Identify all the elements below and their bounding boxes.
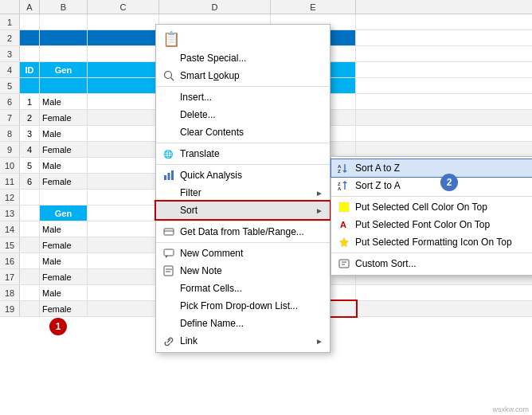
link-item[interactable]: Link ► — [156, 332, 330, 350]
translate-icon: 🌐 — [162, 147, 175, 160]
delete-item[interactable]: Delete... — [156, 106, 330, 123]
link-icon — [162, 335, 175, 347]
sort-a-z-item[interactable]: A Z Sort A to Z — [331, 159, 532, 177]
quick-analysis-item[interactable]: Quick Analysis — [156, 166, 330, 184]
context-menu: 📋 Paste Special... Smart Lookup Insert..… — [155, 24, 331, 353]
smart-lookup-item[interactable]: Smart Lookup — [156, 67, 330, 84]
sort-z-a-item[interactable]: Z A Sort Z to A — [331, 177, 532, 194]
svg-marker-23 — [339, 237, 349, 247]
col-header-e: E — [271, 0, 356, 14]
divider — [331, 253, 532, 253]
link-arrow: ► — [315, 337, 323, 346]
divider — [156, 164, 330, 165]
paste-special-icon — [162, 52, 175, 65]
quick-analysis-icon — [162, 169, 175, 182]
svg-rect-4 — [168, 173, 170, 180]
put-font-color-item[interactable]: A Put Selected Font Color On Top — [331, 216, 532, 233]
format-cells-label: Format Cells... — [180, 283, 242, 294]
new-comment-icon — [162, 247, 175, 260]
new-comment-label: New Comment — [180, 248, 243, 259]
put-format-icon-item[interactable]: Put Selected Formatting Icon On Top — [331, 233, 532, 251]
col-header-c: C — [88, 0, 159, 14]
svg-rect-8 — [164, 249, 174, 256]
sort-a-z-icon: A Z — [338, 162, 350, 174]
format-cells-item[interactable]: Format Cells... — [156, 280, 330, 297]
define-name-icon — [162, 317, 175, 330]
filter-arrow: ► — [315, 189, 323, 198]
new-note-icon — [162, 264, 175, 277]
badge-1: 1 — [49, 318, 67, 335]
paste-icon: 📋 — [162, 30, 180, 48]
svg-text:A: A — [340, 220, 346, 229]
delete-label: Delete... — [180, 109, 216, 120]
put-font-color-icon: A — [338, 218, 350, 231]
put-font-color-label: Put Selected Font Color On Top — [355, 219, 490, 230]
col-headers-row: A B C D E — [0, 0, 532, 14]
divider — [156, 242, 330, 243]
svg-rect-3 — [164, 175, 166, 180]
sort-label: Sort — [180, 205, 198, 216]
svg-rect-21 — [339, 202, 349, 212]
get-data-label: Get Data from Table/Range... — [180, 226, 304, 237]
custom-sort-item[interactable]: Custom Sort... — [331, 255, 532, 272]
new-comment-item[interactable]: New Comment — [156, 245, 330, 262]
sort-a-z-label: Sort A to Z — [355, 162, 400, 174]
define-name-label: Define Name... — [180, 318, 244, 329]
divider — [331, 196, 532, 197]
smart-lookup-icon — [162, 69, 175, 82]
sort-item[interactable]: Sort ► — [156, 202, 330, 219]
translate-label: Translate — [180, 148, 220, 159]
clear-contents-item[interactable]: Clear Contents — [156, 123, 330, 141]
get-data-item[interactable]: Get Data from Table/Range... — [156, 223, 330, 241]
link-label: Link — [180, 335, 198, 346]
new-note-label: New Note — [180, 265, 222, 276]
svg-rect-24 — [339, 260, 349, 268]
badge-2: 2 — [440, 174, 458, 191]
pick-dropdown-label: Pick From Drop-down List... — [180, 300, 298, 311]
sort-z-a-label: Sort Z to A — [355, 180, 401, 191]
svg-text:A: A — [338, 186, 342, 191]
svg-rect-6 — [164, 229, 174, 235]
custom-sort-label: Custom Sort... — [355, 258, 417, 269]
svg-line-1 — [171, 78, 174, 81]
clear-icon — [162, 126, 175, 139]
put-cell-color-label: Put Selected Cell Color On Top — [355, 202, 487, 213]
translate-item[interactable]: 🌐 Translate — [156, 145, 330, 162]
pick-dropdown-icon — [162, 300, 175, 312]
format-cells-icon — [162, 282, 175, 295]
put-cell-color-item[interactable]: Put Selected Cell Color On Top — [331, 198, 532, 216]
new-note-item[interactable]: New Note — [156, 262, 330, 280]
col-header-a: A — [20, 0, 40, 14]
svg-marker-16 — [342, 170, 347, 173]
paste-special-item[interactable]: Paste Special... — [156, 49, 330, 67]
sort-arrow: ► — [315, 206, 323, 215]
svg-rect-5 — [171, 170, 174, 180]
put-format-icon-icon — [338, 236, 350, 249]
col-header-d: D — [159, 0, 271, 14]
define-name-item[interactable]: Define Name... — [156, 315, 330, 332]
smart-lookup-label: Smart Lookup — [180, 70, 240, 81]
divider — [156, 143, 330, 143]
divider — [156, 221, 330, 221]
svg-rect-10 — [164, 266, 173, 276]
svg-marker-20 — [342, 181, 347, 183]
paste-special-label: Paste Special... — [180, 53, 246, 64]
pick-dropdown-item[interactable]: Pick From Drop-down List... — [156, 297, 330, 315]
sort-z-a-icon: Z A — [338, 179, 350, 192]
insert-item[interactable]: Insert... — [156, 88, 330, 106]
clear-label: Clear Contents — [180, 127, 244, 138]
svg-text:Z: Z — [338, 169, 341, 174]
get-data-icon — [162, 225, 175, 238]
insert-icon — [162, 91, 175, 104]
watermark: wsxkw.com — [492, 405, 529, 413]
insert-label: Insert... — [180, 92, 212, 103]
divider — [156, 86, 330, 87]
svg-point-0 — [165, 72, 172, 79]
filter-item[interactable]: Filter ► — [156, 184, 330, 202]
quick-analysis-label: Quick Analysis — [180, 170, 242, 181]
put-format-icon-label: Put Selected Formatting Icon On Top — [355, 237, 512, 248]
col-header-b: B — [40, 0, 88, 14]
col-header-rownum — [0, 0, 20, 14]
sort-icon — [162, 204, 175, 217]
put-cell-color-icon — [338, 201, 350, 213]
